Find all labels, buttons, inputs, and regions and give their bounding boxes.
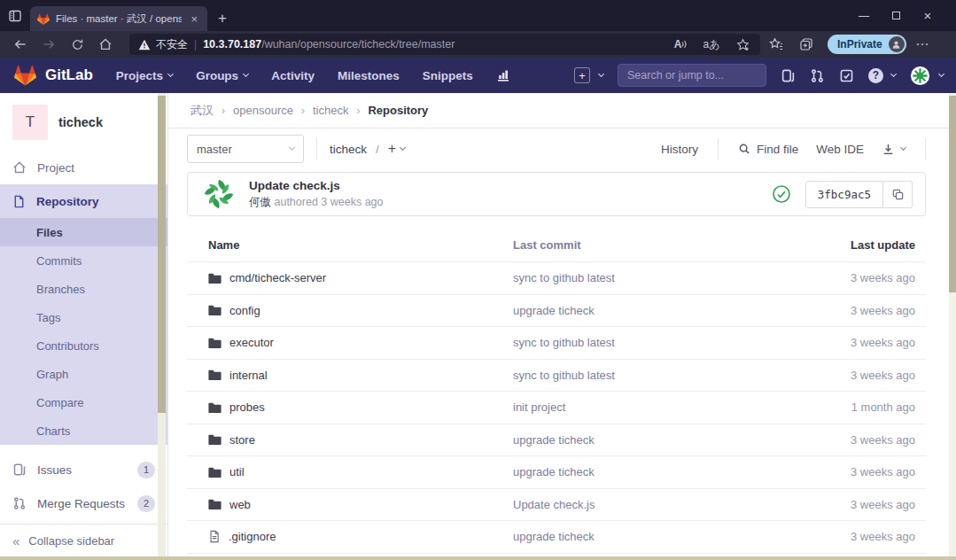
sidebar-item-repository[interactable]: Repository bbox=[0, 184, 167, 218]
new-tab-button[interactable]: + bbox=[207, 10, 239, 31]
page-scrollbar-thumb[interactable] bbox=[949, 96, 956, 292]
table-row[interactable]: internal sync to github latest 3 weeks a… bbox=[187, 360, 926, 393]
read-aloud-button[interactable]: A bbox=[668, 34, 693, 55]
tab-close-icon[interactable]: × bbox=[188, 12, 200, 26]
last-commit-link[interactable]: init project bbox=[513, 401, 793, 414]
sidebar-item-merge-requests[interactable]: Merge Requests 2 bbox=[0, 486, 167, 520]
nav-item-milestones[interactable]: Milestones bbox=[338, 69, 400, 82]
sidebar-subitem-label: Files bbox=[36, 226, 63, 239]
gitlab-logo[interactable]: GitLab bbox=[14, 65, 93, 86]
table-row[interactable]: probes init project 1 month ago bbox=[187, 392, 926, 424]
add-file-button[interactable]: + bbox=[388, 141, 405, 157]
sidebar-subitem[interactable]: Commits bbox=[0, 246, 167, 275]
web-ide-button[interactable]: Web IDE bbox=[816, 143, 864, 156]
browser-tab[interactable]: Files · master · 武汉 / opensourc × bbox=[30, 6, 207, 31]
commit-title-link[interactable]: Update check.js bbox=[249, 179, 384, 192]
window-maximize-button[interactable] bbox=[880, 0, 912, 31]
inprivate-badge[interactable]: InPrivate bbox=[828, 35, 906, 54]
branch-selector[interactable]: master bbox=[187, 135, 304, 163]
commit-author-link[interactable]: 何傲 bbox=[249, 196, 271, 208]
sidebar-scrollbar-thumb[interactable] bbox=[158, 96, 166, 413]
sidebar-subitem[interactable]: Graph bbox=[0, 360, 167, 388]
issues-nav-button[interactable] bbox=[781, 68, 796, 83]
add-favorite-button[interactable] bbox=[730, 34, 755, 55]
browser-menu-button[interactable]: ⋯ bbox=[908, 33, 937, 56]
sidebar-subitem[interactable]: Compare bbox=[0, 388, 167, 416]
person-icon bbox=[891, 40, 901, 50]
file-name-link[interactable]: executor bbox=[229, 336, 274, 349]
sidebar-item-issues[interactable]: Issues 1 bbox=[0, 453, 167, 486]
merge-requests-nav-button[interactable] bbox=[810, 68, 825, 83]
user-menu-button[interactable] bbox=[910, 66, 944, 86]
breadcrumb-item[interactable]: ticheck bbox=[313, 104, 348, 117]
translate-button[interactable]: aあ bbox=[699, 34, 724, 55]
sidebar-subitem[interactable]: Files bbox=[0, 218, 167, 246]
search-box[interactable] bbox=[618, 64, 766, 87]
sidebar-item-project[interactable]: Project bbox=[0, 151, 167, 184]
security-warning[interactable]: 不安全 bbox=[138, 37, 188, 52]
file-name-link[interactable]: .gitignore bbox=[229, 530, 276, 543]
horizontal-scrollbar[interactable] bbox=[0, 556, 956, 560]
collections-button[interactable] bbox=[792, 33, 820, 56]
sidebar-subitem[interactable]: Branches bbox=[0, 275, 167, 303]
sidebar-subitem[interactable]: Charts bbox=[0, 416, 167, 445]
table-row[interactable]: executor sync to github latest 3 weeks a… bbox=[187, 327, 926, 360]
path-root[interactable]: ticheck bbox=[330, 143, 367, 156]
last-commit-link[interactable]: upgrade ticheck bbox=[513, 465, 793, 478]
nav-item-groups[interactable]: Groups bbox=[196, 69, 248, 82]
project-header[interactable]: T ticheck bbox=[0, 93, 167, 151]
table-row[interactable]: util upgrade ticheck 3 weeks ago bbox=[187, 456, 926, 489]
last-commit-link[interactable]: upgrade ticheck bbox=[513, 433, 793, 447]
tab-actions-button[interactable] bbox=[0, 0, 30, 31]
user-avatar bbox=[910, 66, 930, 86]
last-commit-link[interactable]: upgrade ticheck bbox=[513, 304, 793, 317]
profile-avatar bbox=[889, 36, 905, 52]
collapse-sidebar-button[interactable]: « Collapse sidebar bbox=[0, 524, 167, 556]
find-file-button[interactable]: Find file bbox=[738, 143, 798, 156]
file-name-link[interactable]: web bbox=[229, 498, 251, 511]
last-commit-link[interactable]: sync to github latest bbox=[513, 336, 793, 349]
file-name-link[interactable]: util bbox=[229, 465, 245, 478]
back-button[interactable] bbox=[7, 33, 34, 56]
search-input[interactable] bbox=[627, 69, 770, 82]
window-close-button[interactable]: × bbox=[912, 0, 944, 31]
breadcrumb-item[interactable]: opensource bbox=[233, 104, 293, 117]
todos-nav-button[interactable] bbox=[839, 68, 854, 83]
new-menu-button[interactable]: + bbox=[574, 67, 603, 83]
refresh-button[interactable] bbox=[64, 33, 90, 56]
table-row[interactable]: config upgrade ticheck 3 weeks ago bbox=[187, 295, 926, 328]
table-row[interactable]: web Update check.js 3 weeks ago bbox=[187, 489, 926, 522]
sidebar-scrollbar[interactable] bbox=[158, 93, 166, 560]
download-button[interactable] bbox=[882, 143, 905, 156]
address-field[interactable]: 不安全 | 10.3.70.187/wuhan/opensource/tiche… bbox=[129, 34, 760, 55]
table-row[interactable]: cmd/ticheck-server sync to github latest… bbox=[187, 262, 926, 295]
last-commit-link[interactable]: Update check.js bbox=[513, 498, 793, 511]
home-button[interactable] bbox=[92, 33, 119, 56]
copy-sha-button[interactable] bbox=[883, 181, 913, 208]
file-name-link[interactable]: internal bbox=[229, 369, 268, 382]
breadcrumb-item[interactable]: 武汉 bbox=[190, 103, 214, 119]
nav-item-charts[interactable] bbox=[496, 68, 510, 82]
sidebar-subitem[interactable]: Contributors bbox=[0, 331, 167, 360]
nav-item-projects[interactable]: Projects bbox=[116, 69, 173, 82]
table-row[interactable]: .gitignore upgrade ticheck 3 weeks ago bbox=[187, 521, 926, 554]
last-commit-link[interactable]: sync to github latest bbox=[513, 271, 793, 284]
history-button[interactable]: History bbox=[661, 143, 698, 156]
forward-button[interactable] bbox=[35, 33, 62, 56]
sidebar-subitem[interactable]: Tags bbox=[0, 303, 167, 331]
nav-item-snippets[interactable]: Snippets bbox=[423, 69, 473, 82]
table-row[interactable]: store upgrade ticheck 3 weeks ago bbox=[187, 424, 926, 457]
last-commit-link[interactable]: sync to github latest bbox=[513, 369, 793, 382]
last-update-time: 3 weeks ago bbox=[793, 336, 926, 349]
favorites-button[interactable] bbox=[762, 33, 790, 56]
nav-item-activity[interactable]: Activity bbox=[271, 69, 315, 82]
file-name-link[interactable]: store bbox=[229, 433, 255, 447]
pipeline-passed-icon[interactable] bbox=[772, 184, 791, 204]
window-minimize-button[interactable]: — bbox=[848, 0, 880, 31]
file-name-link[interactable]: cmd/ticheck-server bbox=[229, 271, 326, 284]
file-name-link[interactable]: probes bbox=[229, 401, 265, 414]
help-menu-button[interactable]: ? bbox=[868, 68, 896, 83]
page-scrollbar[interactable] bbox=[949, 93, 956, 560]
last-commit-link[interactable]: upgrade ticheck bbox=[513, 530, 793, 543]
file-name-link[interactable]: config bbox=[229, 304, 260, 317]
